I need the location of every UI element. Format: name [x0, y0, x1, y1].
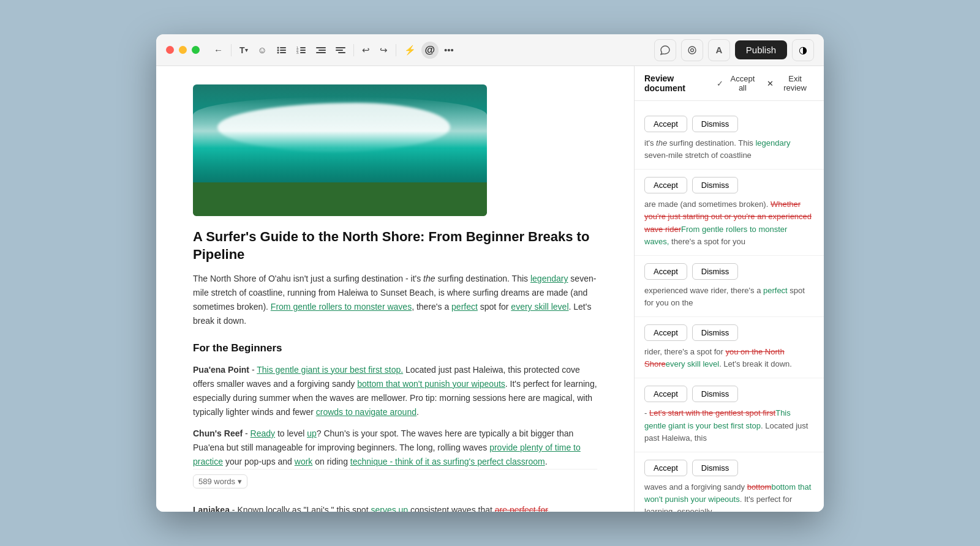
pin-icon-button[interactable] — [681, 39, 703, 61]
chuns-technique: technique - think of it as surfing's per… — [350, 457, 545, 466]
svg-rect-7 — [300, 47, 306, 48]
review-card-5-dismiss[interactable]: Dismiss — [692, 386, 739, 402]
svg-rect-15 — [336, 47, 345, 48]
font-icon-button[interactable]: A — [708, 39, 730, 61]
indent-left-button[interactable] — [312, 43, 330, 58]
laniakea-paragraph: Laniakea - Known locally as "Lani's," th… — [193, 503, 597, 512]
exit-review-button[interactable]: ✕ Exit review — [767, 74, 814, 92]
intro-text-2: surfing destination. This — [435, 274, 530, 283]
wave-visual — [193, 97, 487, 182]
from-gentle-rollers: From gentle rollers to monster waves — [271, 302, 412, 312]
toolbar-left: ← T▾ ☺ 1.2.3. ↩ ↪ — [209, 42, 458, 59]
review-header: Review document ✓ Accept all ✕ Exit revi… — [635, 66, 824, 101]
intro-text-5: spot for — [478, 302, 511, 312]
editor[interactable]: A Surfer's Guide to the North Shore: Fro… — [156, 66, 634, 512]
accept-all-button[interactable]: ✓ Accept all — [717, 74, 760, 92]
intro-text-4: , there's a — [412, 302, 451, 312]
intro-text-1: The North Shore of O'ahu isn't just a su… — [193, 274, 423, 283]
close-icon: ✕ — [767, 79, 774, 88]
redo-button[interactable]: ↪ — [375, 42, 392, 59]
review-card-1-accept[interactable]: Accept — [644, 116, 687, 132]
puaena-highlight: This gentle giant is your best first sto… — [257, 365, 403, 375]
review-card-1-buttons: Accept Dismiss — [644, 116, 814, 132]
svg-point-18 — [688, 47, 696, 54]
intro-italic-the: the — [423, 274, 435, 283]
numbered-list-button[interactable]: 1.2.3. — [292, 43, 311, 58]
review-card-4-dismiss[interactable]: Dismiss — [692, 324, 739, 341]
review-card-1-dismiss[interactable]: Dismiss — [692, 116, 739, 132]
review-card-2-dismiss[interactable]: Dismiss — [692, 177, 739, 193]
svg-point-19 — [690, 48, 693, 51]
minimize-button[interactable] — [179, 46, 187, 54]
doc-title: A Surfer's Guide to the North Shore: Fro… — [193, 228, 597, 263]
review-card-5-accept[interactable]: Accept — [644, 386, 687, 402]
text-format-button[interactable]: T▾ — [235, 42, 252, 58]
chuns-dash: - — [243, 428, 250, 438]
chuns-ready: Ready — [251, 428, 275, 438]
close-button[interactable] — [166, 46, 174, 54]
lightning-button[interactable]: ⚡ — [400, 42, 420, 59]
review-card-3-dismiss[interactable]: Dismiss — [692, 263, 739, 280]
puaena-dash: - — [249, 365, 257, 375]
puaena-label: Pua'ena Point — [193, 365, 249, 375]
svg-rect-9 — [300, 50, 306, 51]
review-card-2-text: are made (and sometimes broken). Whether… — [644, 198, 814, 248]
theme-toggle-button[interactable]: ◑ — [792, 39, 814, 61]
laniakea-serves: serves up — [371, 505, 408, 512]
review-card-2-buttons: Accept Dismiss — [644, 177, 814, 193]
review-card-1-text: it's the surfing destination. This legen… — [644, 137, 814, 162]
svg-rect-12 — [316, 47, 326, 48]
accept-all-label: Accept all — [726, 74, 760, 92]
greenery-visual — [193, 182, 487, 216]
review-card-4-accept[interactable]: Accept — [644, 324, 687, 341]
traffic-lights — [166, 46, 200, 54]
review-card-6-dismiss[interactable]: Dismiss — [692, 460, 739, 476]
fullscreen-button[interactable] — [192, 46, 200, 54]
chat-icon-button[interactable] — [654, 39, 676, 61]
main-area: A Surfer's Guide to the North Shore: Fro… — [156, 66, 824, 512]
chuns-text4: on riding — [312, 457, 350, 466]
review-card-2: Accept Dismiss are made (and sometimes b… — [635, 170, 824, 256]
svg-rect-11 — [300, 52, 306, 53]
at-button[interactable]: @ — [421, 42, 439, 59]
exit-review-label: Exit review — [776, 74, 814, 92]
laniakea-label: Laniakea — [193, 505, 230, 512]
review-card-4: Accept Dismiss rider, there's a spot for… — [635, 317, 824, 378]
word-count-value: 589 words — [198, 477, 235, 486]
toolbar-right: A Publish ◑ — [654, 39, 814, 61]
svg-point-0 — [277, 47, 279, 48]
laniakea-text1: - Known locally as "Lani's," this spot — [230, 505, 371, 512]
toolbar-separator-1 — [231, 44, 232, 56]
perfect-word: perfect — [451, 302, 478, 312]
review-card-3-accept[interactable]: Accept — [644, 263, 687, 280]
review-card-6-accept[interactable]: Accept — [644, 460, 687, 476]
review-card-2-accept[interactable]: Accept — [644, 177, 687, 193]
undo-button[interactable]: ↩ — [358, 42, 374, 59]
review-card-3-text: experienced wave rider, there's a perfec… — [644, 285, 814, 309]
review-card-5-buttons: Accept Dismiss — [644, 386, 814, 402]
chuns-text5: . — [545, 457, 548, 466]
chuns-paragraph: Chun's Reef - Ready to level up? Chun's … — [193, 427, 597, 469]
puaena-bottom: bottom that won't punish your wipeouts — [357, 379, 505, 389]
review-card-1: Accept Dismiss it's the surfing destinat… — [635, 108, 824, 170]
review-card-3: Accept Dismiss experienced wave rider, t… — [635, 256, 824, 317]
bullet-list-button[interactable] — [273, 43, 291, 58]
word-count-bar: 589 words ▾ — [193, 469, 597, 493]
indent-right-button[interactable] — [331, 43, 350, 58]
word-count-dropdown[interactable]: 589 words ▾ — [193, 474, 247, 488]
review-body: Accept Dismiss it's the surfing destinat… — [635, 101, 824, 512]
chuns-up: up — [307, 428, 317, 438]
review-card-6: Accept Dismiss waves and a forgiving san… — [635, 452, 824, 512]
review-card-5: Accept Dismiss - Let's start with the ge… — [635, 378, 824, 452]
puaena-paragraph: Pua'ena Point - This gentle giant is you… — [193, 363, 597, 419]
toolbar: ← T▾ ☺ 1.2.3. ↩ ↪ — [209, 39, 814, 61]
emoji-button[interactable]: ☺ — [254, 42, 271, 58]
review-card-5-text: - Let's start with the gentlest spot fir… — [644, 407, 814, 444]
chuns-label: Chun's Reef — [193, 428, 243, 438]
svg-text:3.: 3. — [296, 51, 299, 54]
more-button[interactable]: ••• — [440, 42, 458, 58]
publish-button[interactable]: Publish — [735, 40, 787, 59]
legendary-word: legendary — [530, 274, 568, 283]
chuns-work: work — [295, 457, 313, 466]
back-button[interactable]: ← — [209, 42, 227, 58]
